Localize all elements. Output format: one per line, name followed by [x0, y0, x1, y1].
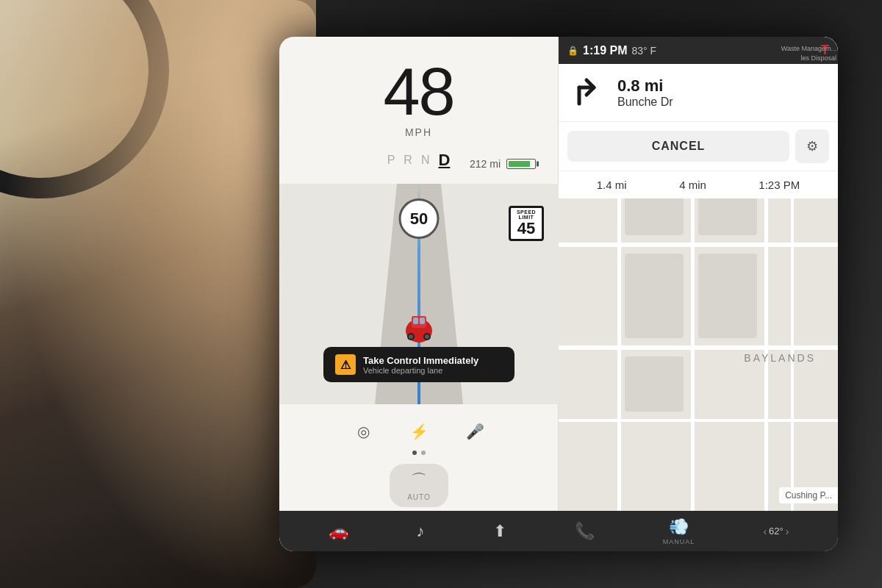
cushing-label: Cushing P...	[779, 487, 838, 503]
alert-banner: ⚠ Take Control Immediately Vehicle depar…	[323, 347, 514, 382]
alert-title: Take Control Immediately	[363, 355, 478, 366]
temp-value: 62°	[769, 526, 784, 537]
baylands-label: BAYLANDS	[744, 352, 816, 364]
turn-arrow	[570, 74, 607, 111]
apps-icon[interactable]: ⬆	[493, 522, 506, 541]
map-block-4	[698, 254, 757, 338]
speed-limit-value: 50	[410, 211, 428, 227]
music-icon[interactable]: ♪	[417, 522, 425, 541]
mic-icon[interactable]: 🎤	[462, 418, 488, 445]
fan-icon[interactable]: 💨	[669, 517, 689, 537]
nav-settings-button[interactable]: ⚙	[795, 129, 829, 163]
speed-limit-circle: 50	[399, 198, 440, 239]
wiper-label: AUTO	[407, 493, 431, 501]
left-panel: 48 MPH P R N D 212 mi 50	[279, 37, 559, 551]
gear-selector: P R N D	[387, 151, 451, 170]
fan-section: 💨 MANUAL	[663, 517, 695, 545]
map-road-h4	[559, 419, 838, 422]
wiper-button[interactable]: ⌒ AUTO	[390, 464, 448, 507]
trip-distance: 1.4 mi	[597, 179, 627, 191]
turn-distance: 0.8 mi	[617, 76, 826, 96]
temp-number: 62°	[769, 526, 784, 537]
turn-card: 0.8 mi Bunche Dr	[559, 64, 838, 122]
steering-area	[0, 0, 316, 588]
alert-subtitle: Vehicle departing lane	[363, 366, 478, 375]
dots-indicator	[412, 451, 426, 455]
svg-point-7	[409, 334, 413, 339]
temp-down-icon[interactable]: ‹	[763, 526, 767, 537]
svg-point-8	[425, 334, 429, 339]
settings-icon: ⚙	[806, 138, 818, 154]
map-area[interactable]: BAYLANDS Cushing P... 🔒 1:19 PM 83° F T …	[559, 37, 838, 511]
gear-p[interactable]: P	[387, 154, 395, 167]
gear-r[interactable]: R	[404, 154, 412, 167]
nav-temp: 83° F	[631, 45, 656, 57]
map-road-h3	[559, 345, 838, 350]
range-miles: 212 mi	[470, 158, 501, 170]
turn-street: Bunche Dr	[617, 96, 826, 109]
speed-value: 48	[383, 59, 453, 125]
battery-bar	[506, 159, 536, 169]
nav-time: 1:19 PM	[583, 44, 627, 57]
trip-info-row: 1.4 mi 4 min 1:23 PM	[559, 171, 838, 198]
trip-time-value: 4 min	[679, 179, 706, 191]
trip-time: 4 min	[679, 179, 706, 191]
wiper-icon: ⌒	[411, 470, 427, 492]
target-icon[interactable]: ◎	[350, 418, 376, 445]
speed-limit-box-num: 45	[511, 220, 542, 237]
map-road-h2	[559, 243, 838, 247]
fan-label: MANUAL	[663, 538, 695, 545]
map-block-5	[625, 356, 684, 412]
nav-card: 🔒 1:19 PM 83° F T Waste Managem... les D…	[559, 37, 838, 198]
cancel-row: CANCEL ⚙	[559, 122, 838, 171]
trip-eta-value: 1:23 PM	[759, 179, 800, 191]
alert-warning-icon: ⚠	[335, 354, 356, 375]
bottom-controls: ◎ ⚡ 🎤 ⌒ AUTO	[279, 418, 559, 507]
energy-icon[interactable]: ⚡	[406, 418, 432, 445]
taskbar: 🚗 ♪ ⬆ 📞 💨 MANUAL ‹ 62° ›	[279, 511, 838, 551]
cancel-button[interactable]: CANCEL	[567, 131, 789, 162]
trip-eta: 1:23 PM	[759, 179, 800, 191]
temp-up-icon[interactable]: ›	[786, 526, 789, 537]
nav-topbar: 🔒 1:19 PM 83° F T Waste Managem... les D…	[559, 37, 838, 64]
gear-n[interactable]: N	[421, 154, 430, 167]
turn-info: 0.8 mi Bunche Dr	[617, 76, 826, 109]
side-business-text: Waste Managem... les Disposal	[778, 37, 838, 70]
alert-text: Take Control Immediately Vehicle departi…	[363, 355, 478, 375]
dot-2	[421, 451, 426, 455]
trip-distance-value: 1.4 mi	[597, 179, 627, 191]
hand-overlay	[0, 0, 316, 588]
dot-1	[412, 451, 417, 455]
control-icons-row: ◎ ⚡ 🎤	[350, 418, 488, 445]
speed-display: 48 MPH	[383, 59, 453, 138]
temp-controls: ‹ 62° ›	[763, 526, 789, 537]
autopilot-view: 50 SPEEDLIMIT 45	[279, 184, 559, 404]
car-icon	[403, 301, 435, 345]
svg-rect-4	[420, 318, 425, 324]
tesla-screen: 48 MPH P R N D 212 mi 50	[279, 37, 838, 551]
speed-limit-box-label: SPEEDLIMIT	[511, 209, 542, 220]
gear-d[interactable]: D	[438, 151, 450, 170]
car-status-icon[interactable]: 🚗	[329, 522, 348, 541]
phone-icon[interactable]: 📞	[575, 522, 595, 541]
svg-rect-3	[413, 318, 418, 324]
speed-limit-box: SPEEDLIMIT 45	[509, 206, 544, 241]
map-block-3	[625, 254, 684, 338]
battery-fill	[509, 161, 530, 167]
range-display: 212 mi	[470, 158, 536, 170]
nav-topbar-left: 🔒 1:19 PM 83° F	[567, 44, 656, 57]
lock-icon: 🔒	[567, 46, 578, 56]
